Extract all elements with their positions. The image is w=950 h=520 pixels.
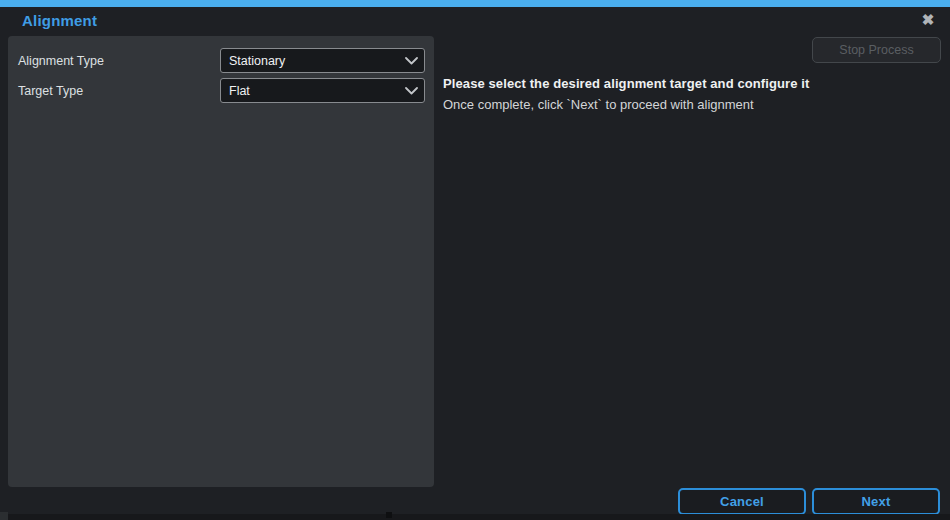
dialog-title-bar: Alignment ✖	[0, 7, 950, 36]
instruction-line-primary: Please select the desired alignment targ…	[443, 76, 913, 91]
chevron-down-icon	[398, 49, 424, 72]
alignment-dialog: Alignment ✖ Alignment Type Stationary Ta…	[0, 0, 950, 520]
cancel-button[interactable]: Cancel	[678, 488, 806, 515]
alignment-type-value: Stationary	[221, 54, 398, 68]
instruction-message: Please select the desired alignment targ…	[443, 76, 913, 112]
alignment-config-panel: Alignment Type Stationary Target Type Fl…	[8, 36, 434, 487]
target-type-dropdown[interactable]: Flat	[220, 78, 425, 103]
chevron-down-icon	[398, 79, 424, 102]
dialog-accent-strip	[0, 0, 950, 7]
underlying-window-seam	[386, 512, 392, 518]
target-type-value: Flat	[221, 84, 398, 98]
alignment-type-label: Alignment Type	[18, 54, 104, 68]
instruction-line-secondary: Once complete, click `Next` to proceed w…	[443, 97, 913, 112]
alignment-type-dropdown[interactable]: Stationary	[220, 48, 425, 73]
target-type-label: Target Type	[18, 84, 83, 98]
underlying-window-corner	[0, 512, 8, 520]
page-title: Alignment	[22, 12, 97, 29]
close-icon[interactable]: ✖	[918, 10, 938, 30]
next-button[interactable]: Next	[812, 488, 940, 515]
stop-process-button[interactable]: Stop Process	[812, 37, 941, 63]
alignment-type-row: Alignment Type Stationary	[8, 48, 434, 73]
target-type-row: Target Type Flat	[8, 78, 434, 103]
underlying-window-edge	[0, 514, 950, 520]
